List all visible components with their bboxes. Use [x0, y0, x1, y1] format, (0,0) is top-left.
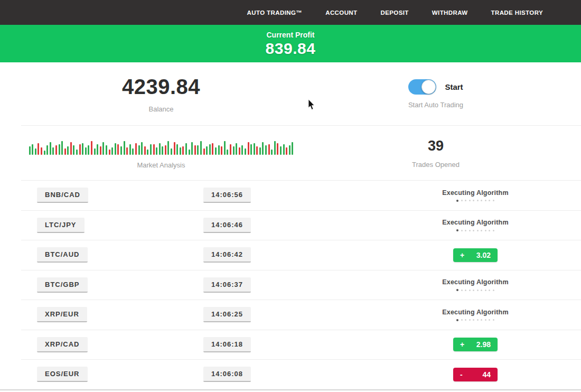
- progress-dot: [485, 230, 486, 231]
- progress-dot: [465, 230, 466, 231]
- progress-dot: [493, 290, 494, 291]
- candle-bar: [233, 146, 235, 155]
- progress-dot: [477, 290, 479, 291]
- candle-bar: [271, 150, 273, 155]
- profit-banner: Current Profit 839.84: [0, 25, 581, 62]
- candle-bar: [91, 141, 92, 155]
- executing-progress-dots: [456, 229, 494, 231]
- candle-bar: [274, 141, 276, 155]
- candle-bar: [85, 147, 87, 155]
- candle-bar: [218, 145, 220, 155]
- progress-dot: [469, 230, 471, 231]
- candle-bar: [117, 144, 119, 155]
- candle-bar: [120, 146, 122, 155]
- badge-amount: 44: [482, 370, 491, 379]
- progress-dot: [469, 319, 471, 321]
- progress-dot: [465, 290, 466, 291]
- candle-bar: [55, 145, 57, 155]
- progress-dot: [461, 290, 463, 291]
- pair-chip: BTC/AUD: [37, 247, 88, 263]
- progress-dot: [456, 200, 458, 202]
- trade-row: BNB/CAD 14:06:56 Executing Algorithm: [21, 180, 581, 210]
- candle-bar: [79, 144, 81, 155]
- market-analysis-chart: [29, 137, 294, 155]
- executing-progress-dots: [456, 200, 494, 202]
- candle-bar: [236, 143, 237, 155]
- progress-dot: [461, 230, 463, 231]
- candle-bar: [82, 143, 83, 155]
- candle-bar: [59, 144, 60, 155]
- executing-progress-dots: [456, 319, 494, 321]
- candle-bar: [67, 146, 69, 155]
- candle-bar: [35, 148, 36, 155]
- candle-bar: [38, 143, 39, 155]
- candle-bar: [97, 144, 98, 155]
- candle-bar: [88, 145, 89, 155]
- progress-dot: [489, 319, 490, 321]
- candle-bar: [280, 146, 282, 155]
- pair-chip: LTC/JPY: [37, 218, 85, 233]
- progress-dot: [489, 200, 490, 201]
- progress-dot: [481, 319, 482, 321]
- page-bottom-divider: [0, 389, 581, 390]
- nav-item-auto-trading[interactable]: AUTO TRADING™: [247, 10, 303, 16]
- trade-status: Executing Algorithm: [401, 219, 549, 231]
- executing-label: Executing Algorithm: [442, 278, 509, 286]
- candle-bar: [189, 150, 190, 155]
- executing-label: Executing Algorithm: [442, 309, 509, 316]
- candle-bar: [141, 142, 143, 155]
- trade-row: BTC/GBP 14:06:37 Executing Algorithm: [21, 270, 581, 300]
- trade-status: Executing Algorithm: [401, 278, 549, 291]
- candle-bar: [283, 144, 285, 155]
- candle-bar: [212, 143, 213, 155]
- badge-sign: +: [460, 251, 464, 259]
- candle-bar: [245, 148, 246, 155]
- nav-item-trade-history[interactable]: TRADE HISTORY: [491, 10, 543, 16]
- nav-item-account[interactable]: ACCOUNT: [325, 10, 357, 16]
- candle-bar: [200, 141, 202, 155]
- pair-chip: EOS/EUR: [37, 367, 88, 382]
- badge-sign: -: [460, 370, 463, 379]
- progress-dot: [473, 230, 474, 231]
- progress-dot: [493, 200, 494, 201]
- candle-bar: [153, 144, 155, 155]
- stats-row-2: Market Analysis 39 Trades Opened: [0, 126, 581, 180]
- candle-bar: [135, 143, 137, 155]
- loss-badge: -44: [453, 368, 498, 381]
- progress-dot: [469, 290, 471, 291]
- candle-bar: [165, 145, 166, 155]
- progress-dot: [489, 290, 490, 291]
- candle-bar: [206, 146, 208, 155]
- progress-dot: [477, 230, 479, 231]
- pair-chip: XRP/CAD: [37, 337, 88, 352]
- candle-bar: [115, 143, 116, 155]
- profit-banner-value: 839.84: [266, 40, 316, 58]
- candle-bar: [230, 144, 231, 155]
- market-analysis-label: Market Analysis: [137, 161, 185, 169]
- candle-bar: [46, 145, 48, 155]
- auto-trading-caption: Start Auto Trading: [408, 101, 463, 109]
- time-chip: 14:06:46: [203, 218, 251, 233]
- progress-dot: [477, 200, 479, 201]
- trade-row: XRP/CAD 14:06:18 +2.98: [21, 330, 581, 360]
- candle-bar: [277, 143, 278, 155]
- trade-status: -44: [401, 368, 549, 381]
- nav-item-deposit[interactable]: DEPOSIT: [381, 10, 409, 16]
- nav-item-withdraw[interactable]: WITHDRAW: [432, 10, 468, 16]
- candle-bar: [61, 141, 63, 155]
- candle-bar: [70, 142, 72, 155]
- candle-bar: [185, 143, 187, 155]
- candle-bar: [203, 148, 205, 155]
- progress-dot: [477, 319, 479, 321]
- candle-bar: [124, 141, 125, 155]
- executing-progress-dots: [456, 289, 494, 291]
- candle-bar: [29, 146, 31, 155]
- candle-bar: [227, 150, 228, 155]
- trade-status: Executing Algorithm: [401, 189, 549, 202]
- candle-bar: [194, 145, 196, 155]
- auto-trading-toggle[interactable]: [408, 79, 436, 95]
- toggle-knob-icon: [421, 80, 436, 94]
- progress-dot: [456, 289, 458, 291]
- candle-bar: [162, 146, 163, 155]
- pair-chip: XRP/EUR: [37, 307, 87, 322]
